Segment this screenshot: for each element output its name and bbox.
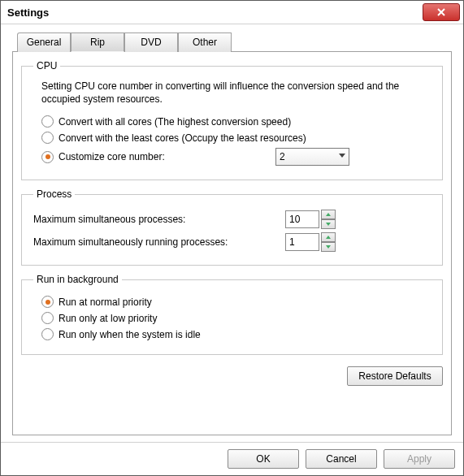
footer: OK Cancel Apply bbox=[1, 442, 463, 475]
radio-convert-all[interactable]: Convert with all cores (The highest conv… bbox=[41, 115, 431, 128]
tab-general[interactable]: General bbox=[17, 32, 71, 52]
radio-customize-cores[interactable]: Customize core number: 2 bbox=[41, 148, 431, 166]
radio-label: Run only at low priority bbox=[59, 313, 157, 324]
radio-convert-least[interactable]: Convert with the least cores (Occupy the… bbox=[41, 132, 431, 144]
radio-label: Convert with the least cores (Occupy the… bbox=[59, 132, 306, 144]
radio-label: Run at normal priority bbox=[59, 296, 152, 308]
radio-priority-normal[interactable]: Run at normal priority bbox=[41, 296, 431, 308]
apply-button[interactable]: Apply bbox=[384, 449, 455, 469]
max-run-input[interactable]: 1 bbox=[285, 233, 319, 251]
radio-priority-idle[interactable]: Run only when the system is idle bbox=[41, 328, 431, 340]
max-sim-down[interactable] bbox=[321, 219, 336, 229]
radio-icon bbox=[41, 115, 54, 128]
window-title: Settings bbox=[1, 6, 49, 19]
radio-icon bbox=[41, 151, 54, 163]
core-number-select[interactable]: 2 bbox=[275, 148, 349, 166]
tab-rip[interactable]: Rip bbox=[71, 32, 124, 52]
max-run-row: Maximum simultaneously running processes… bbox=[33, 232, 431, 252]
max-sim-label: Maximum simultaneous processes: bbox=[33, 214, 285, 225]
tab-content: CPU Setting CPU core number in convertin… bbox=[12, 51, 452, 435]
tab-bar: General Rip DVD Other bbox=[17, 32, 452, 52]
close-icon bbox=[437, 8, 445, 16]
chevron-up-icon bbox=[326, 236, 331, 239]
cancel-button[interactable]: Cancel bbox=[306, 449, 377, 469]
max-sim-up[interactable] bbox=[321, 210, 336, 219]
radio-label: Run only when the system is idle bbox=[59, 329, 201, 340]
max-sim-value: 10 bbox=[289, 214, 300, 225]
radio-label: Customize core number: bbox=[59, 151, 165, 162]
max-run-down[interactable] bbox=[321, 242, 336, 252]
max-run-label: Maximum simultaneously running processes… bbox=[33, 236, 285, 248]
radio-icon bbox=[41, 132, 54, 144]
background-legend: Run in background bbox=[33, 274, 122, 285]
max-run-up[interactable] bbox=[321, 232, 336, 242]
ok-button[interactable]: OK bbox=[228, 449, 299, 469]
chevron-down-icon bbox=[326, 223, 331, 226]
settings-window: Settings General Rip DVD Other CPU Setti… bbox=[0, 0, 464, 476]
max-run-value: 1 bbox=[289, 236, 295, 248]
chevron-down-icon bbox=[339, 154, 345, 158]
radio-priority-low[interactable]: Run only at low priority bbox=[41, 312, 431, 324]
tab-other[interactable]: Other bbox=[178, 32, 232, 52]
cpu-legend: CPU bbox=[33, 60, 60, 71]
max-sim-row: Maximum simultaneous processes: 10 bbox=[33, 210, 431, 229]
max-sim-input[interactable]: 10 bbox=[285, 210, 319, 228]
chevron-up-icon bbox=[326, 213, 331, 216]
cpu-description: Setting CPU core number in converting wi… bbox=[41, 80, 431, 106]
core-number-value: 2 bbox=[280, 151, 285, 162]
chevron-down-icon bbox=[326, 245, 331, 249]
radio-label: Convert with all cores (The highest conv… bbox=[59, 116, 291, 128]
radio-icon bbox=[41, 296, 54, 308]
process-group: Process Maximum simultaneous processes: … bbox=[21, 188, 443, 266]
cpu-group: CPU Setting CPU core number in convertin… bbox=[21, 60, 443, 180]
background-group: Run in background Run at normal priority… bbox=[21, 274, 443, 355]
process-legend: Process bbox=[33, 188, 75, 200]
close-button[interactable] bbox=[423, 3, 460, 21]
window-body: General Rip DVD Other CPU Setting CPU co… bbox=[1, 24, 463, 442]
restore-defaults-button[interactable]: Restore Defaults bbox=[347, 366, 443, 386]
radio-icon bbox=[41, 312, 54, 324]
tab-dvd[interactable]: DVD bbox=[124, 32, 178, 52]
title-bar: Settings bbox=[1, 1, 463, 24]
radio-icon bbox=[41, 328, 54, 340]
